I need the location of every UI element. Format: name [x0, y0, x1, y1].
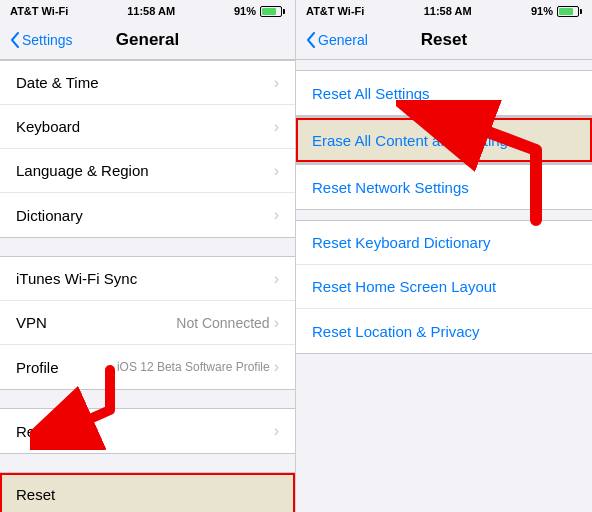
carrier-right: AT&T Wi-Fi — [306, 5, 364, 17]
status-right-left: 91% — [234, 5, 285, 17]
settings-list-left: Date & Time › Keyboard › Language & Regi… — [0, 60, 295, 512]
group-4: Reset Shut Down — [0, 472, 295, 512]
status-bar-left: AT&T Wi-Fi 11:58 AM 91% — [0, 0, 295, 20]
erase-all-item[interactable]: Erase All Content and Settings — [296, 118, 592, 162]
time-left: 11:58 AM — [127, 5, 175, 17]
reset-location-item[interactable]: Reset Location & Privacy — [296, 309, 592, 353]
time-right: 11:58 AM — [424, 5, 472, 17]
reset-network-item[interactable]: Reset Network Settings — [296, 165, 592, 209]
regulatory-item[interactable]: Regulatory › — [0, 409, 295, 453]
group-1: Date & Time › Keyboard › Language & Regi… — [0, 60, 295, 238]
reset-all-settings-item[interactable]: Reset All Settings — [296, 71, 592, 115]
battery-percent-left: 91% — [234, 5, 256, 17]
keyboard-item[interactable]: Keyboard › — [0, 105, 295, 149]
language-region-item[interactable]: Language & Region › — [0, 149, 295, 193]
reset-group-3: Reset Keyboard Dictionary Reset Home Scr… — [296, 220, 592, 354]
reset-group-2: Reset Network Settings — [296, 164, 592, 210]
group-3: Regulatory › — [0, 408, 295, 454]
vpn-item[interactable]: VPN Not Connected › — [0, 301, 295, 345]
battery-percent-right: 91% — [531, 5, 553, 17]
nav-title-right: Reset — [421, 30, 467, 50]
reset-keyboard-item[interactable]: Reset Keyboard Dictionary — [296, 221, 592, 265]
reset-home-screen-item[interactable]: Reset Home Screen Layout — [296, 265, 592, 309]
status-bar-right: AT&T Wi-Fi 11:58 AM 91% — [296, 0, 592, 20]
reset-item[interactable]: Reset — [0, 473, 295, 512]
settings-list-right: Reset All Settings Erase All Content and… — [296, 60, 592, 512]
reset-group-1: Reset All Settings — [296, 70, 592, 116]
battery-icon-left — [260, 6, 285, 17]
nav-title-left: General — [116, 30, 179, 50]
itunes-wifi-item[interactable]: iTunes Wi-Fi Sync › — [0, 257, 295, 301]
nav-bar-right: General Reset — [296, 20, 592, 60]
reset-group-erase: Erase All Content and Settings — [296, 117, 592, 163]
profile-item[interactable]: Profile iOS 12 Beta Software Profile › — [0, 345, 295, 389]
battery-icon-right — [557, 6, 582, 17]
back-button-left[interactable]: Settings — [10, 32, 73, 48]
group-2: iTunes Wi-Fi Sync › VPN Not Connected › … — [0, 256, 295, 390]
carrier-left: AT&T Wi-Fi — [10, 5, 68, 17]
status-right-right: 91% — [531, 5, 582, 17]
dictionary-item[interactable]: Dictionary › — [0, 193, 295, 237]
nav-bar-left: Settings General — [0, 20, 295, 60]
date-time-item[interactable]: Date & Time › — [0, 61, 295, 105]
back-button-right[interactable]: General — [306, 32, 368, 48]
